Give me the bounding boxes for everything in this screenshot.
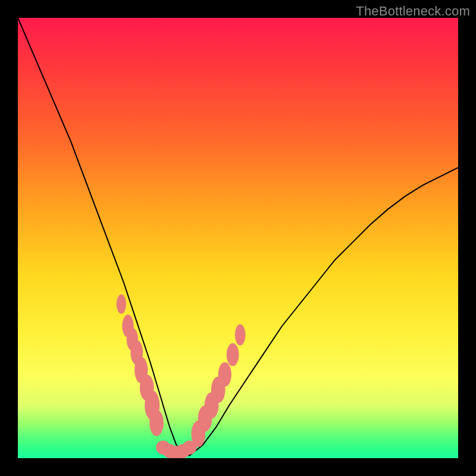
data-marker bbox=[218, 362, 231, 387]
plot-area bbox=[18, 18, 458, 458]
data-marker bbox=[149, 410, 164, 436]
bottleneck-curve bbox=[18, 18, 458, 456]
chart-container: TheBottleneck.com bbox=[0, 0, 476, 476]
data-marker bbox=[227, 343, 239, 366]
bottleneck-chart bbox=[18, 18, 458, 458]
data-marker bbox=[117, 295, 126, 314]
data-marker bbox=[235, 324, 246, 346]
watermark-text: TheBottleneck.com bbox=[356, 4, 470, 19]
